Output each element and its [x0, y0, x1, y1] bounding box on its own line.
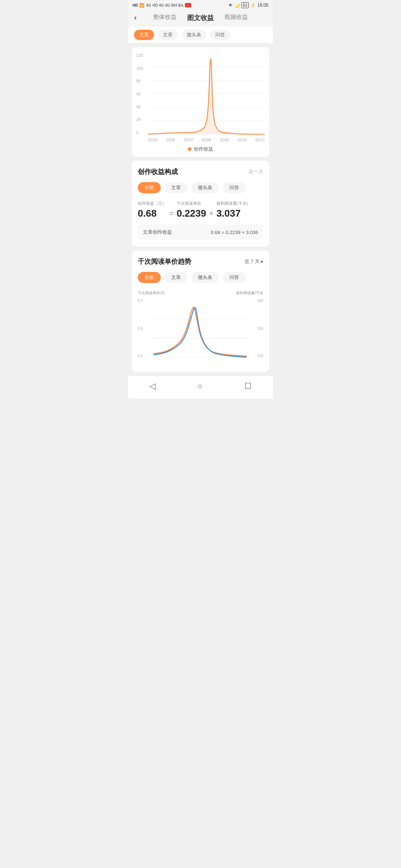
dual-chart-inner — [150, 299, 251, 358]
trend-header: 千次阅读单价趋势 近 7 天 ▾ — [138, 257, 263, 266]
subtab-article[interactable]: 文章 — [158, 30, 178, 40]
chevron-down-icon: ▾ — [261, 259, 263, 264]
earnings-label: 创作收益（元） — [138, 201, 166, 206]
chart-inner — [148, 53, 265, 135]
trend-filter-micro[interactable]: 微头条 — [191, 272, 219, 283]
nav-back[interactable]: ◁ — [140, 380, 164, 392]
main-chart-card: 120 100 80 60 40 20 0 — [132, 47, 269, 157]
moon-icon: 🌙 — [234, 3, 240, 8]
legend-label: 创作收益 — [194, 146, 213, 152]
trend-filter-tabs: 全部 文章 微头条 问答 — [138, 272, 263, 283]
legend-dot — [188, 147, 192, 151]
bolt-icon: ⚡ — [250, 3, 256, 8]
signal-icon2: 4G — [146, 3, 151, 7]
nav-bar: ◁ ○ ☐ — [128, 376, 273, 398]
data-speed: HD 4G 4G 584 B/s — [153, 3, 183, 7]
subtab-qa[interactable]: 问答 — [210, 30, 230, 40]
earnings-filter-micro[interactable]: 微头条 — [191, 182, 219, 193]
right-axis-label: 获利阅读量/千次 — [236, 290, 263, 296]
tab-graphic[interactable]: 图文收益 — [187, 13, 214, 22]
left-axis-label: 千次阅读单价/元 — [138, 290, 165, 296]
status-bar: HD 📶 4G HD 4G 4G 584 B/s 🔴 👁 🌙 63 ⚡ 16:0… — [128, 0, 273, 10]
trend-title: 千次阅读单价趋势 — [138, 257, 191, 266]
hd-icon: HD — [133, 3, 138, 7]
miui-icon: 🔴 — [185, 3, 191, 7]
detail-row: 文章创作收益 0.68 = 0.2239 × 3.036 — [138, 224, 263, 240]
unit-price-value: 0.2239 — [177, 208, 206, 219]
status-left: HD 📶 4G HD 4G 4G 584 B/s 🔴 — [133, 3, 191, 8]
dual-y-right: 180 150 120 — [252, 299, 263, 358]
formula-read-volume: 获利阅读量(千次) 3.037 — [216, 201, 248, 219]
status-right: 👁 🌙 63 ⚡ 16:05 — [228, 2, 268, 8]
read-volume-value: 3.037 — [216, 208, 248, 219]
earnings-filter-qa[interactable]: 问答 — [223, 182, 246, 193]
chart-y-labels: 120 100 80 60 40 20 0 — [136, 53, 147, 135]
tab-overall[interactable]: 整体收益 — [153, 13, 177, 22]
earnings-formula: 创作收益（元） 0.68 = 千次阅读单价 0.2239 × 获利阅读量(千次)… — [138, 201, 263, 219]
equals-op: = — [169, 209, 174, 219]
earnings-title: 创作收益构成 — [138, 167, 178, 176]
header: ‹ 整体收益 图文收益 视频收益 — [128, 10, 273, 27]
trend-filter-all[interactable]: 全部 — [138, 272, 161, 283]
detail-label: 文章创作收益 — [143, 229, 172, 236]
detail-formula: 0.68 = 0.2239 × 3.036 — [211, 230, 258, 235]
sub-tabs: 主页 文章 微头条 问答 — [128, 27, 273, 43]
trend-filter-article[interactable]: 文章 — [164, 272, 188, 283]
times-op: × — [209, 209, 213, 219]
subtab-micro[interactable]: 微头条 — [182, 30, 206, 40]
subtab-homepage[interactable]: 主页 — [134, 30, 154, 40]
nav-home[interactable]: ○ — [189, 380, 211, 392]
formula-unit-price: 千次阅读单价 0.2239 — [177, 201, 206, 219]
formula-earnings: 创作收益（元） 0.68 — [138, 201, 166, 219]
signal-icon: 📶 — [139, 3, 144, 8]
dual-chart-area: 0.7 0.6 0.5 180 150 120 — [138, 299, 263, 365]
nav-recent[interactable]: ☐ — [235, 380, 261, 392]
earnings-filter-article[interactable]: 文章 — [164, 182, 188, 193]
tab-video[interactable]: 视频收益 — [224, 13, 248, 22]
dual-y-left: 0.7 0.6 0.5 — [138, 299, 148, 358]
clock: 16:05 — [257, 3, 268, 8]
earnings-header: 创作收益构成 近一天 — [138, 167, 263, 176]
trend-filter-qa[interactable]: 问答 — [223, 272, 246, 283]
header-tabs: 整体收益 图文收益 视频收益 — [153, 13, 248, 22]
trend-period[interactable]: 近 7 天 ▾ — [245, 258, 263, 265]
earnings-period: 近一天 — [249, 168, 263, 175]
earnings-section: 创作收益构成 近一天 全部 文章 微头条 问答 创作收益（元） 0.68 = 千… — [132, 161, 269, 247]
read-volume-label: 获利阅读量(千次) — [216, 201, 248, 206]
chart-x-labels: 02/05 02/06 02/07 02/08 02/09 02/10 02/1… — [148, 138, 265, 142]
chart-area: 120 100 80 60 40 20 0 — [136, 53, 265, 142]
earnings-value: 0.68 — [138, 208, 166, 219]
chart-legend: 创作收益 — [136, 146, 265, 152]
trend-section: 千次阅读单价趋势 近 7 天 ▾ 全部 文章 微头条 问答 千次阅读单价/元 获… — [132, 250, 269, 372]
battery: 63 — [241, 2, 249, 8]
back-button[interactable]: ‹ — [134, 13, 137, 23]
unit-price-label: 千次阅读单价 — [177, 201, 206, 206]
axis-label-row: 千次阅读单价/元 获利阅读量/千次 — [138, 290, 263, 296]
earnings-filter-all[interactable]: 全部 — [138, 182, 161, 193]
earnings-filter-tabs: 全部 文章 微头条 问答 — [138, 182, 263, 193]
eye-icon: 👁 — [228, 3, 233, 8]
